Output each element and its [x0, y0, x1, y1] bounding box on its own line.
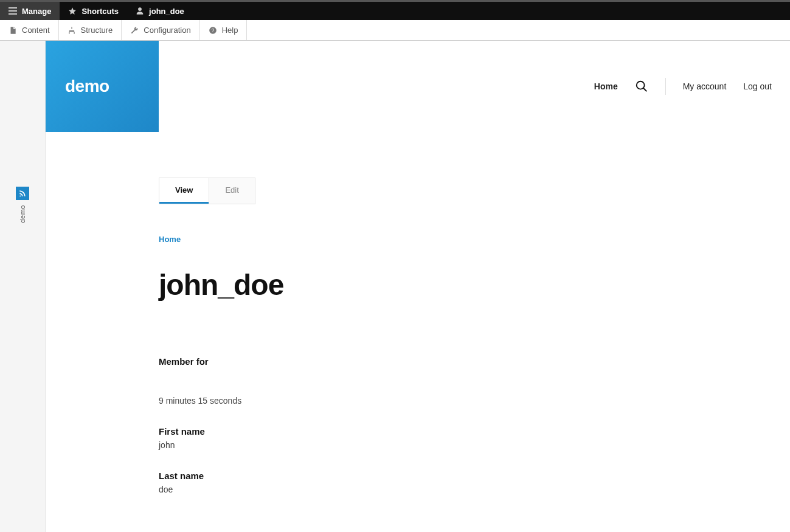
nav-divider	[665, 78, 666, 95]
manage-menu[interactable]: Manage	[0, 2, 60, 20]
toolbar-content-label: Content	[22, 26, 50, 35]
breadcrumb-home[interactable]: Home	[159, 235, 181, 244]
site-logo[interactable]: demo	[46, 41, 159, 132]
breadcrumb: Home	[159, 235, 754, 244]
hamburger-icon	[9, 7, 17, 15]
tab-edit[interactable]: Edit	[209, 178, 254, 204]
toolbar-configuration[interactable]: Configuration	[122, 20, 199, 40]
profile-fields: Member for 9 minutes 15 seconds First na…	[159, 356, 754, 494]
tab-view[interactable]: View	[159, 178, 209, 204]
content-region: View Edit Home john_doe Member for 9 min…	[159, 178, 754, 515]
user-label: john_doe	[149, 7, 184, 16]
nav-log-out[interactable]: Log out	[743, 81, 772, 91]
wrench-icon	[130, 26, 139, 35]
manage-label: Manage	[22, 7, 51, 16]
side-rail: demo	[0, 41, 46, 532]
svg-rect-1	[9, 10, 17, 12]
page-title: john_doe	[159, 268, 754, 302]
local-tabs: View Edit	[159, 178, 255, 204]
rss-icon	[18, 189, 27, 198]
star-icon	[68, 7, 77, 15]
toolbar-help-label: Help	[222, 26, 238, 35]
toolbar-content[interactable]: Content	[0, 20, 59, 40]
svg-rect-2	[9, 13, 17, 15]
toolbar-configuration-label: Configuration	[144, 26, 190, 35]
toolbar-structure-label: Structure	[81, 26, 113, 35]
toolbar-help[interactable]: ? Help	[200, 20, 248, 40]
shortcuts-label: Shortcuts	[81, 7, 119, 16]
first-name-value: john	[159, 440, 754, 450]
svg-point-5	[636, 81, 644, 89]
hierarchy-icon	[68, 26, 76, 35]
help-icon: ?	[209, 26, 217, 35]
nav-home[interactable]: Home	[594, 81, 618, 91]
search-button[interactable]	[635, 80, 648, 93]
rail-label: demo	[19, 205, 26, 223]
user-menu[interactable]: john_doe	[127, 2, 193, 20]
last-name-label: Last name	[159, 471, 754, 481]
document-icon	[9, 26, 17, 35]
member-for-value: 9 minutes 15 seconds	[159, 396, 754, 406]
header-nav: Home My account Log out	[594, 41, 772, 132]
person-icon	[136, 7, 144, 15]
site-logo-text: demo	[65, 77, 109, 96]
svg-text:?: ?	[211, 27, 214, 33]
shortcuts-menu[interactable]: Shortcuts	[60, 2, 127, 20]
member-for-label: Member for	[159, 356, 754, 367]
last-name-value: doe	[159, 485, 754, 494]
admin-bar: Manage Shortcuts john_doe	[0, 0, 790, 20]
svg-rect-0	[9, 7, 17, 9]
main-area: demo Home My account Log out View Edit H…	[46, 41, 790, 532]
svg-line-6	[643, 88, 646, 92]
first-name-label: First name	[159, 426, 754, 437]
nav-my-account[interactable]: My account	[683, 81, 727, 91]
page-shell: demo demo Home My account Log out View E…	[0, 41, 790, 532]
admin-toolbar: Content Structure Configuration ? Help	[0, 20, 790, 41]
toolbar-structure[interactable]: Structure	[59, 20, 122, 40]
search-icon	[635, 80, 648, 93]
rail-rss-icon[interactable]	[16, 187, 29, 200]
